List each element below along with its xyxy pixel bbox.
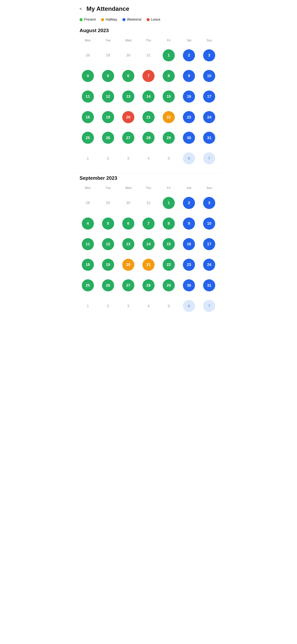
day-cell: 7 xyxy=(139,214,158,233)
day-number[interactable]: 31 xyxy=(203,132,215,144)
back-button[interactable]: < xyxy=(78,6,84,12)
day-number[interactable]: 3 xyxy=(203,49,215,62)
day-number: 30 xyxy=(122,49,134,62)
day-number[interactable]: 30 xyxy=(183,279,195,292)
day-number[interactable]: 11 xyxy=(82,238,94,250)
day-number[interactable]: 11 xyxy=(82,90,94,102)
day-number[interactable]: 6 xyxy=(122,70,134,82)
day-number[interactable]: 26 xyxy=(102,132,114,144)
day-number[interactable]: 15 xyxy=(163,238,175,250)
day-cell: 18 xyxy=(78,107,98,127)
day-number[interactable]: 21 xyxy=(142,259,154,271)
day-number[interactable]: 20 xyxy=(122,259,134,271)
day-number[interactable]: 25 xyxy=(82,279,94,292)
day-number[interactable]: 9 xyxy=(183,70,195,82)
day-number[interactable]: 10 xyxy=(203,218,215,230)
day-number[interactable]: 29 xyxy=(163,132,175,144)
day-cell: 10 xyxy=(200,214,219,233)
day-header-thu: Thu xyxy=(139,37,158,44)
day-cell: 31 xyxy=(200,128,219,148)
day-number[interactable]: 12 xyxy=(102,238,114,250)
day-number[interactable]: 24 xyxy=(203,111,215,123)
day-cell: 22 xyxy=(159,255,178,274)
day-number[interactable]: 7 xyxy=(142,70,154,82)
day-number[interactable]: 6 xyxy=(183,152,195,164)
day-number[interactable]: 7 xyxy=(203,300,215,312)
day-number[interactable]: 13 xyxy=(122,238,134,250)
day-number[interactable]: 24 xyxy=(203,259,215,271)
day-number[interactable]: 20 xyxy=(122,111,134,123)
day-number[interactable]: 16 xyxy=(183,90,195,102)
day-number[interactable]: 30 xyxy=(183,132,195,144)
day-cell: 6 xyxy=(179,149,199,168)
day-cell: 15 xyxy=(159,234,178,254)
day-number[interactable]: 4 xyxy=(82,70,94,82)
day-number[interactable]: 29 xyxy=(163,279,175,292)
day-number[interactable]: 1 xyxy=(163,49,175,62)
day-number[interactable]: 5 xyxy=(102,218,114,230)
day-number[interactable]: 28 xyxy=(142,279,154,292)
day-number[interactable]: 6 xyxy=(183,300,195,312)
day-number[interactable]: 4 xyxy=(82,218,94,230)
day-cell: 11 xyxy=(78,87,98,106)
legend-label-halfday: Halfday xyxy=(106,18,117,22)
day-number[interactable]: 10 xyxy=(203,70,215,82)
day-number[interactable]: 26 xyxy=(102,279,114,292)
day-number[interactable]: 22 xyxy=(163,259,175,271)
day-number: 28 xyxy=(82,49,94,62)
day-cell: 11 xyxy=(78,234,98,254)
day-number[interactable]: 19 xyxy=(102,259,114,271)
day-number[interactable]: 2 xyxy=(183,49,195,62)
day-number[interactable]: 18 xyxy=(82,259,94,271)
day-number[interactable]: 25 xyxy=(82,132,94,144)
day-number[interactable]: 21 xyxy=(142,111,154,123)
page-title: My Attendance xyxy=(86,5,129,12)
day-cell: 16 xyxy=(179,234,199,254)
day-number[interactable]: 7 xyxy=(203,152,215,164)
day-number[interactable]: 7 xyxy=(142,218,154,230)
day-cell: 3 xyxy=(200,46,219,65)
day-number[interactable]: 16 xyxy=(183,238,195,250)
day-number[interactable]: 14 xyxy=(142,90,154,102)
day-number[interactable]: 27 xyxy=(122,279,134,292)
day-number[interactable]: 8 xyxy=(163,218,175,230)
day-cell: 14 xyxy=(139,234,158,254)
day-number[interactable]: 17 xyxy=(203,238,215,250)
day-cell: 8 xyxy=(159,214,178,233)
day-number[interactable]: 22 xyxy=(163,111,175,123)
day-cell: 22 xyxy=(159,107,178,127)
day-cell: 29 xyxy=(159,276,178,295)
day-header-sun: Sun xyxy=(200,37,219,44)
day-cell: 16 xyxy=(179,87,199,106)
day-number[interactable]: 27 xyxy=(122,132,134,144)
day-number[interactable]: 17 xyxy=(203,90,215,102)
day-header-sun: Sun xyxy=(200,185,219,192)
day-number[interactable]: 15 xyxy=(163,90,175,102)
day-number[interactable]: 31 xyxy=(203,279,215,292)
day-number[interactable]: 28 xyxy=(142,132,154,144)
day-cell: 2 xyxy=(98,296,118,316)
day-number[interactable]: 3 xyxy=(203,197,215,209)
day-number[interactable]: 18 xyxy=(82,111,94,123)
day-number: 4 xyxy=(142,152,154,164)
day-number[interactable]: 23 xyxy=(183,259,195,271)
legend-dot-present xyxy=(80,18,82,21)
day-number[interactable]: 12 xyxy=(102,90,114,102)
day-cell: 1 xyxy=(78,296,98,316)
day-number[interactable]: 5 xyxy=(102,70,114,82)
day-number[interactable]: 19 xyxy=(102,111,114,123)
day-number[interactable]: 1 xyxy=(163,197,175,209)
legend-item-weekend: Weekend xyxy=(122,18,141,22)
calendar-august-2023: August 2023MonTueWedThuFriSatSun28293031… xyxy=(74,26,223,174)
day-number[interactable]: 6 xyxy=(122,218,134,230)
day-number[interactable]: 23 xyxy=(183,111,195,123)
day-number[interactable]: 13 xyxy=(122,90,134,102)
day-cell: 30 xyxy=(118,46,138,65)
day-number[interactable]: 9 xyxy=(183,218,195,230)
day-cell: 24 xyxy=(200,255,219,274)
day-number: 31 xyxy=(142,49,154,62)
day-number[interactable]: 14 xyxy=(142,238,154,250)
day-number[interactable]: 8 xyxy=(163,70,175,82)
day-cell: 26 xyxy=(98,128,118,148)
day-number[interactable]: 2 xyxy=(183,197,195,209)
